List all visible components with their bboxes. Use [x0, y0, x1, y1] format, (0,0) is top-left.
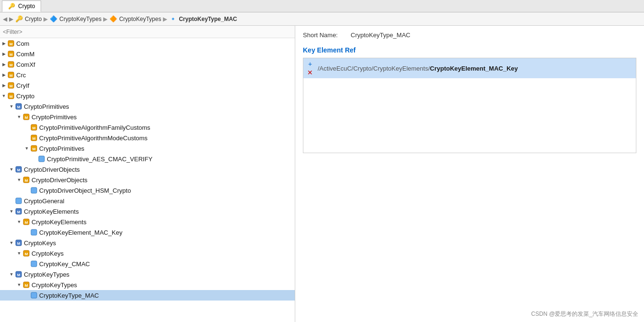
- tree-toggle[interactable]: ▼: [8, 272, 15, 277]
- tree-node-icon: M: [15, 208, 22, 215]
- svg-text:M: M: [25, 283, 28, 288]
- tree-node-icon: M: [15, 103, 22, 110]
- svg-text:M: M: [25, 178, 28, 183]
- tree-toggle[interactable]: ▼: [8, 209, 15, 214]
- filter-input[interactable]: [3, 29, 292, 35]
- tree-toggle[interactable]: ▶: [0, 83, 8, 88]
- plus-icon: +: [308, 60, 312, 68]
- tree-item[interactable]: MCryptoPrimitiveAlgorithmModeCustoms: [0, 133, 295, 143]
- tree-toggle[interactable]: ▼: [0, 93, 8, 98]
- tree-toggle[interactable]: ▼: [8, 240, 15, 245]
- key-element-row[interactable]: + ✕ /ActiveEcuC/Crypto/CryptoKeyElements…: [303, 58, 636, 78]
- breadcrumb-item-3[interactable]: CryptoKeyTypes: [119, 16, 161, 22]
- cross-icon: ✕: [307, 69, 313, 76]
- filter-bar[interactable]: [0, 26, 295, 38]
- svg-text:M: M: [10, 73, 13, 78]
- tree-item[interactable]: CryptoPrimitive_AES_CMAC_VERIFY: [0, 154, 295, 164]
- tree-node-icon: [31, 229, 37, 236]
- tree-toggle[interactable]: ▶: [0, 52, 8, 56]
- tree-node-label: CryptoKeys: [32, 250, 64, 257]
- breadcrumb: ◀ ▶ 🔑 Crypto ▶ 🔷 CryptoKeyTypes ▶ 🔶 Cryp…: [0, 12, 644, 26]
- tree-node-icon: M: [8, 82, 14, 89]
- tree-node-icon: M: [15, 239, 22, 247]
- tree-item[interactable]: ▼MCryptoDriverObjects: [0, 175, 295, 185]
- breadcrumb-icon-3: 🔶: [109, 15, 117, 22]
- watermark: CSDN @爱思考的发菜_汽车网络信息安全: [531, 310, 638, 318]
- add-key-element-button[interactable]: +: [306, 60, 314, 68]
- tree-node-icon: M: [23, 218, 30, 226]
- tree-item[interactable]: ▼MCryptoPrimitives: [0, 143, 295, 154]
- breadcrumb-item-1[interactable]: Crypto: [25, 16, 42, 22]
- svg-text:M: M: [17, 168, 21, 172]
- tree-item[interactable]: ▶MCrc: [0, 70, 295, 80]
- svg-text:M: M: [32, 136, 36, 141]
- svg-rect-27: [31, 187, 37, 193]
- breadcrumb-sep-3: ▶: [163, 16, 167, 22]
- svg-text:M: M: [17, 105, 21, 109]
- action-icons: + ✕: [306, 60, 314, 76]
- tree-item[interactable]: ▶MComM: [0, 49, 295, 59]
- tree-node-label: CryptoPrimitive_AES_CMAC_VERIFY: [47, 156, 152, 163]
- tree-node-label: CryptoPrimitives: [24, 103, 69, 110]
- tree-toggle[interactable]: ▶: [0, 41, 8, 46]
- tree-node-label: CryptoDriverObjects: [32, 177, 87, 184]
- tree-item[interactable]: ▼MCryptoDriverObjects: [0, 164, 295, 175]
- tree-item[interactable]: CryptoDriverObject_HSM_Crypto: [0, 185, 295, 196]
- tree-item[interactable]: ▶MCryIf: [0, 80, 295, 91]
- tree-node-icon: M: [31, 145, 37, 152]
- right-panel: Short Name: CryptoKeyType_MAC Key Elemen…: [295, 26, 644, 322]
- tree-container[interactable]: ▶MCom▶MComM▶MComXf▶MCrc▶MCryIf▼MCrypto▼M…: [0, 38, 295, 322]
- tree-item[interactable]: ▼MCryptoKeyTypes: [0, 269, 295, 280]
- tree-item[interactable]: ▼MCryptoKeys: [0, 248, 295, 259]
- tree-item[interactable]: CryptoKeyElement_MAC_Key: [0, 227, 295, 238]
- tree-node-icon: M: [15, 271, 22, 278]
- tree-panel: ▶MCom▶MComM▶MComXf▶MCrc▶MCryIf▼MCrypto▼M…: [0, 26, 295, 322]
- tree-item[interactable]: ▼MCryptoKeyElements: [0, 217, 295, 227]
- tree-node-label: ComXf: [16, 61, 35, 68]
- tree-item[interactable]: CryptoGeneral: [0, 196, 295, 206]
- tree-item[interactable]: ▼MCryptoKeys: [0, 238, 295, 248]
- tree-toggle[interactable]: ▼: [23, 146, 31, 151]
- tree-node-icon: M: [8, 40, 14, 47]
- tree-item[interactable]: CryptoKey_CMAC: [0, 259, 295, 269]
- tree-item[interactable]: ▼MCrypto: [0, 91, 295, 101]
- tree-node-label: CryptoKeyElement_MAC_Key: [39, 229, 122, 236]
- tree-toggle[interactable]: ▶: [0, 73, 8, 77]
- tree-node-icon: M: [31, 124, 37, 131]
- tree-toggle[interactable]: ▼: [15, 251, 23, 256]
- tree-toggle[interactable]: ▼: [15, 177, 23, 182]
- breadcrumb-sep-2: ▶: [103, 16, 107, 22]
- breadcrumb-item-2[interactable]: CryptoKeyTypes: [59, 16, 101, 22]
- tree-toggle[interactable]: ▼: [15, 219, 23, 224]
- short-name-row: Short Name: CryptoKeyType_MAC: [303, 31, 636, 39]
- tab-bar: 🔑 Crypto: [0, 0, 644, 12]
- tree-node-icon: M: [31, 135, 37, 142]
- breadcrumb-icon-1: 🔑: [15, 15, 23, 22]
- tree-item[interactable]: CryptoKeyType_MAC: [0, 290, 295, 301]
- tree-toggle[interactable]: ▼: [8, 104, 15, 109]
- tree-node-label: CryptoKey_CMAC: [39, 260, 90, 268]
- delete-key-element-button[interactable]: ✕: [306, 69, 314, 76]
- tree-item[interactable]: ▼MCryptoKeyTypes: [0, 280, 295, 290]
- tab-crypto[interactable]: 🔑 Crypto: [2, 0, 41, 12]
- breadcrumb-fwd-icon: ▶: [9, 16, 13, 22]
- tree-toggle[interactable]: ▼: [8, 167, 15, 172]
- tree-toggle[interactable]: ▼: [15, 114, 23, 119]
- tree-item[interactable]: MCryptoPrimitiveAlgorithmFamilyCustoms: [0, 122, 295, 133]
- tree-node-label: CryptoKeyElements: [32, 218, 86, 226]
- tree-item[interactable]: ▼MCryptoKeyElements: [0, 206, 295, 217]
- key-element-path-normal: /ActiveEcuC/Crypto/CryptoKeyElements/: [318, 65, 430, 72]
- tree-item[interactable]: ▶MCom: [0, 38, 295, 49]
- tree-item[interactable]: ▶MComXf: [0, 59, 295, 70]
- tree-node-label: Com: [16, 40, 29, 47]
- tree-node-label: CryptoKeys: [24, 239, 56, 247]
- key-element-table: + ✕ /ActiveEcuC/Crypto/CryptoKeyElements…: [303, 58, 636, 153]
- tree-toggle[interactable]: ▶: [0, 62, 8, 67]
- tab-crypto-icon: 🔑: [8, 3, 15, 10]
- tree-toggle[interactable]: ▼: [15, 282, 23, 287]
- tree-item[interactable]: ▼MCryptoPrimitives: [0, 112, 295, 122]
- short-name-value: CryptoKeyType_MAC: [351, 31, 410, 39]
- breadcrumb-item-4[interactable]: CryptoKeyType_MAC: [179, 16, 237, 22]
- svg-text:M: M: [10, 84, 13, 88]
- tree-item[interactable]: ▼MCryptoPrimitives: [0, 101, 295, 112]
